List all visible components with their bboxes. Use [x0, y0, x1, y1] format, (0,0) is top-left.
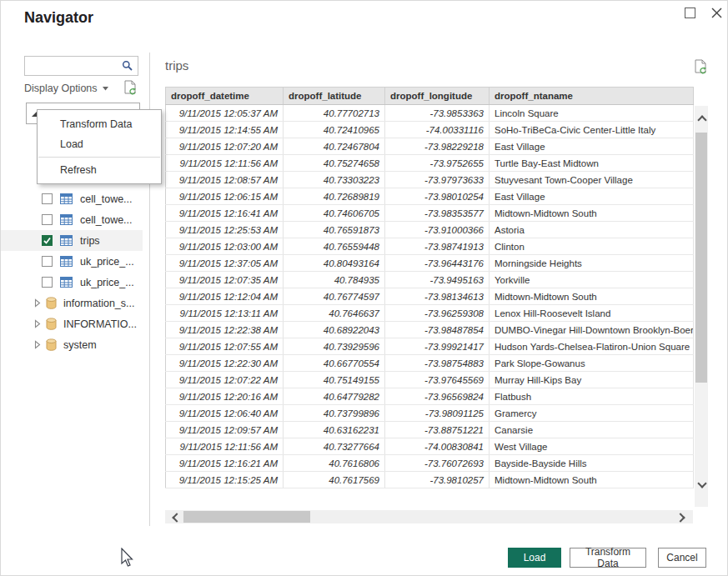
table-row: 9/11/2015 12:22:30 AM40.66770554-73.9875… [166, 355, 694, 372]
cell-dropoff_datetime: 9/11/2015 12:15:25 AM [166, 472, 284, 488]
cell-dropoff_datetime: 9/11/2015 12:06:40 AM [166, 405, 284, 422]
table-row: 9/11/2015 12:12:04 AM40.76774597-73.9813… [166, 288, 694, 305]
sidebar-item-uk-price-[interactable]: uk_price_... [1, 251, 143, 272]
refresh-preview-button[interactable] [694, 59, 708, 78]
cell-dropoff_datetime: 9/11/2015 12:03:00 AM [166, 238, 284, 255]
load-button[interactable]: Load [508, 548, 561, 568]
cell-dropoff_longitude: -73.97973633 [385, 172, 490, 188]
table-row: 9/11/2015 12:07:20 AM40.72467804-73.9822… [166, 138, 694, 155]
table-row: 9/11/2015 12:11:56 AM40.75274658-73.9752… [166, 155, 694, 172]
tree-item-label: uk_price_... [80, 277, 134, 288]
chevron-right-icon [34, 319, 41, 328]
cell-dropoff_ntaname: Canarsie [490, 422, 694, 438]
scroll-left-icon[interactable] [173, 513, 179, 520]
table-row: 9/11/2015 12:05:37 AM40.77702713-73.9853… [166, 105, 694, 122]
cell-dropoff_latitude: 40.73799896 [284, 405, 385, 422]
horizontal-scrollbar-thumb[interactable] [183, 511, 310, 523]
table-row: 9/11/2015 12:06:40 AM40.73799896-73.9809… [166, 405, 694, 422]
tree-item-label: cell_towe... [80, 193, 133, 205]
sidebar-item-uk-price-[interactable]: uk_price_... [1, 272, 143, 293]
menu-item-load[interactable]: Load [38, 134, 161, 154]
cell-dropoff_datetime: 9/11/2015 12:22:38 AM [166, 322, 284, 338]
cell-dropoff_ntaname: Astoria [490, 222, 694, 238]
chevron-down-icon [103, 87, 109, 91]
table-row: 9/11/2015 12:37:05 AM40.80493164-73.9644… [166, 255, 694, 272]
cell-dropoff_longitude: -73.96443176 [385, 255, 490, 272]
sidebar-item-system[interactable]: system [1, 334, 143, 355]
horizontal-scrollbar[interactable] [165, 510, 693, 523]
refresh-list-button[interactable] [123, 80, 138, 96]
transform-data-button[interactable]: Transform Data [570, 548, 646, 568]
cell-dropoff_ntaname: Yorkville [490, 272, 694, 288]
sidebar-item-cell-towe-[interactable]: cell_towe... [1, 209, 143, 230]
scroll-right-icon[interactable] [676, 513, 683, 520]
checkbox-unchecked[interactable] [42, 277, 53, 288]
vertical-scrollbar[interactable] [695, 106, 708, 507]
cell-dropoff_longitude: -73.88751221 [385, 422, 490, 438]
expander[interactable] [34, 340, 41, 349]
cell-dropoff_longitude: -73.96259308 [385, 305, 490, 322]
sidebar-item-information-s-[interactable]: information_s... [1, 293, 143, 313]
cell-dropoff_latitude: 40.7646637 [284, 305, 385, 322]
cell-dropoff_ntaname: Midtown-Midtown South [490, 205, 694, 222]
cell-dropoff_longitude: -73.98741913 [385, 238, 490, 255]
checkbox-unchecked[interactable] [42, 214, 53, 225]
scroll-up-icon[interactable] [698, 116, 705, 123]
cell-dropoff_datetime: 9/11/2015 12:07:22 AM [166, 372, 284, 388]
display-options-dropdown[interactable]: Display Options [24, 83, 109, 94]
cell-dropoff_latitude: 40.77702713 [284, 105, 385, 122]
cell-dropoff_longitude: -73.98091125 [385, 405, 490, 422]
cell-dropoff_longitude: -73.76072693 [385, 455, 490, 472]
cell-dropoff_ntaname: Lincoln Square [490, 105, 694, 122]
vertical-scrollbar-thumb[interactable] [695, 133, 707, 383]
cell-dropoff_datetime: 9/11/2015 12:07:20 AM [166, 138, 284, 155]
checkbox-unchecked[interactable] [42, 193, 53, 204]
checkbox-unchecked[interactable] [42, 256, 53, 267]
table-row: 9/11/2015 12:03:00 AM40.76559448-73.9874… [166, 238, 694, 255]
search-input[interactable] [25, 60, 122, 72]
table-icon [60, 277, 73, 288]
table-icon-wrap [60, 256, 73, 267]
cell-dropoff_latitude: 40.7616806 [284, 455, 385, 472]
cell-dropoff_latitude: 40.73303223 [284, 172, 385, 188]
table-row: 9/11/2015 12:08:57 AM40.73303223-73.9797… [166, 172, 694, 188]
cell-dropoff_latitude: 40.68922043 [284, 322, 385, 338]
checkbox-checked[interactable] [42, 235, 53, 246]
scroll-down-icon[interactable] [698, 479, 705, 486]
close-button[interactable] [706, 3, 726, 23]
cell-dropoff_latitude: 40.72467804 [284, 138, 385, 155]
search-icon[interactable] [122, 60, 138, 72]
navigator-dialog: Navigator Display Options [0, 0, 728, 576]
sidebar-item-cell-towe-[interactable]: cell_towe... [1, 188, 143, 209]
table-row: 9/11/2015 12:16:21 AM40.7616806-73.76072… [166, 455, 694, 472]
menu-item-refresh[interactable]: Refresh [38, 160, 161, 180]
tree-item-label: information_s... [63, 298, 134, 309]
maximize-button[interactable] [680, 3, 700, 23]
page-title: Navigator [24, 9, 93, 27]
menu-item-transform-data[interactable]: Transform Data [38, 114, 161, 134]
cell-dropoff_latitude: 40.73929596 [284, 338, 385, 355]
cancel-button[interactable]: Cancel [658, 548, 706, 568]
cell-dropoff_datetime: 9/11/2015 12:37:05 AM [166, 255, 284, 272]
cell-dropoff_datetime: 9/11/2015 12:05:37 AM [166, 105, 284, 122]
sidebar-item-informatio-[interactable]: INFORMATIO... [1, 313, 143, 334]
cell-dropoff_ntaname: West Village [490, 438, 694, 455]
expander[interactable] [34, 298, 41, 308]
check-icon [43, 236, 52, 245]
cell-dropoff_latitude: 40.72689819 [284, 188, 385, 205]
cell-dropoff_longitude: -73.98754883 [385, 355, 490, 372]
display-options-label: Display Options [24, 83, 98, 94]
cell-dropoff_longitude: -74.00830841 [385, 438, 490, 455]
cell-dropoff_latitude: 40.63162231 [284, 422, 385, 438]
cell-dropoff_ntaname: Morningside Heights [490, 255, 694, 272]
sidebar-item-trips[interactable]: trips [1, 230, 143, 251]
cell-dropoff_datetime: 9/11/2015 12:06:15 AM [166, 188, 284, 205]
cell-dropoff_ntaname: Murray Hill-Kips Bay [490, 372, 694, 388]
column-header-dropoff_ntaname: dropoff_ntaname [490, 88, 694, 105]
database-icon-wrap [46, 297, 57, 309]
cell-dropoff_ntaname: East Village [490, 138, 694, 155]
expander[interactable] [34, 319, 41, 328]
preview-title: trips [165, 58, 188, 73]
tree-item-label: cell_towe... [80, 214, 133, 226]
cell-dropoff_ntaname: SoHo-TriBeCa-Civic Center-Little Italy [490, 122, 694, 138]
